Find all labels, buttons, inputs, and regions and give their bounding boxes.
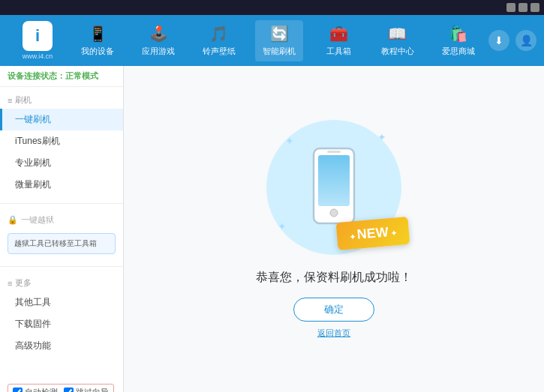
- phone-illustration: [308, 145, 360, 229]
- nav-label-my-device: 我的设备: [81, 46, 114, 57]
- nav-label-ringtone: 铃声壁纸: [203, 46, 236, 57]
- smart-flash-icon: 🔄: [270, 25, 289, 43]
- tutorial-icon: 📖: [388, 25, 407, 43]
- svg-rect-1: [318, 155, 350, 206]
- jailbreak-section-label: 一键越狱: [21, 214, 54, 226]
- logo: i www.i4.cn: [8, 21, 68, 60]
- sidebar-divider-2: [0, 266, 123, 267]
- sidebar-section-jailbreak: 🔒 一键越狱 越狱工具已转移至工具箱: [0, 207, 123, 263]
- sidebar-item-ota-flash[interactable]: 微量刷机: [0, 174, 123, 196]
- success-message: 恭喜您，保资料刷机成功啦！: [256, 270, 412, 286]
- sparkle-bl: ✦: [278, 220, 287, 232]
- nav-item-shop[interactable]: 🛍️ 爱思商城: [434, 20, 482, 61]
- close-button[interactable]: [530, 3, 539, 12]
- lock-icon: 🔒: [8, 215, 18, 225]
- device-status-value: 正常模式: [65, 71, 98, 80]
- nav-label-shop: 爱思商城: [442, 46, 475, 57]
- skip-wizard-checkbox[interactable]: [64, 388, 74, 392]
- device-status: 设备连接状态：正常模式: [0, 66, 123, 87]
- nav-label-toolbox: 工具箱: [326, 46, 351, 57]
- nav-item-my-device[interactable]: 📱 我的设备: [74, 20, 122, 61]
- sidebar-divider-1: [0, 203, 123, 204]
- nav-label-smart-flash: 智能刷机: [263, 46, 296, 57]
- minimize-button[interactable]: [506, 3, 515, 12]
- logo-url: www.i4.cn: [23, 52, 53, 60]
- header: i www.i4.cn 📱 我的设备 🕹️ 应用游戏 🎵 铃声壁纸 🔄 智能刷机…: [0, 15, 544, 66]
- nav-item-tutorial[interactable]: 📖 教程中心: [374, 20, 422, 61]
- my-device-icon: 📱: [89, 25, 107, 43]
- svg-rect-3: [327, 151, 341, 153]
- nav-item-smart-flash[interactable]: 🔄 智能刷机: [255, 20, 303, 61]
- more-section-icon: ≡: [8, 279, 12, 288]
- auto-detect-checkbox[interactable]: [13, 388, 23, 392]
- main-content: ✦ ✦ ✦ ✦: [124, 66, 544, 392]
- illustration: ✦ ✦ ✦ ✦: [266, 120, 401, 255]
- apps-games-icon: 🕹️: [149, 25, 168, 43]
- logo-icon: i: [23, 21, 53, 51]
- confirm-button[interactable]: 确定: [293, 298, 374, 322]
- ringtone-icon: 🎵: [209, 25, 228, 43]
- sparkle-tr: ✦: [377, 131, 386, 143]
- toolbox-icon: 🧰: [329, 25, 348, 43]
- nav-item-ringtone-wallpaper[interactable]: 🎵 铃声壁纸: [195, 20, 243, 61]
- sidebar-section-more: ≡ 更多 其他工具 下载固件 高级功能: [0, 270, 123, 361]
- nav-item-apps-games[interactable]: 🕹️ 应用游戏: [134, 20, 182, 61]
- nav-actions: ⬇ 👤: [488, 30, 536, 51]
- skip-wizard-checkbox-label[interactable]: 跳过向导: [64, 387, 109, 392]
- jailbreak-notice: 越狱工具已转移至工具箱: [8, 233, 116, 254]
- nav-label-apps-games: 应用游戏: [142, 46, 175, 57]
- shop-icon: 🛍️: [449, 25, 467, 43]
- nav-label-tutorial: 教程中心: [381, 46, 414, 57]
- user-button[interactable]: 👤: [515, 30, 536, 51]
- auto-detect-label: 自动检测: [25, 387, 58, 392]
- new-badge: NEW: [336, 216, 410, 250]
- sidebar-item-download-firmware[interactable]: 下载固件: [0, 313, 123, 335]
- sidebar-item-one-click-flash[interactable]: 一键刷机: [0, 109, 123, 130]
- titlebar: [0, 0, 544, 15]
- nav-item-toolbox[interactable]: 🧰 工具箱: [316, 20, 361, 61]
- sidebar-section-more-header: ≡ 更多: [0, 274, 123, 292]
- skip-wizard-label: 跳过向导: [76, 387, 109, 392]
- svg-point-2: [330, 209, 338, 217]
- main-nav: 📱 我的设备 🕹️ 应用游戏 🎵 铃声壁纸 🔄 智能刷机 🧰 工具箱 📖 教程中…: [68, 15, 488, 66]
- main-layout: 设备连接状态：正常模式 ≡ 刷机 一键刷机 iTunes刷机 专业刷机 微量刷机: [0, 66, 544, 392]
- flash-section-icon: ≡: [8, 96, 12, 105]
- phone-circle: ✦ ✦ ✦ ✦: [266, 120, 401, 255]
- maximize-button[interactable]: [518, 3, 527, 12]
- download-button[interactable]: ⬇: [488, 30, 509, 51]
- sidebar-item-itunes-flash[interactable]: iTunes刷机: [0, 130, 123, 152]
- sidebar-item-pro-flash[interactable]: 专业刷机: [0, 152, 123, 174]
- device-status-label: 设备连接状态：: [8, 71, 65, 80]
- sidebar-section-flash-header: ≡ 刷机: [0, 91, 123, 109]
- sidebar-item-other-tools[interactable]: 其他工具: [0, 292, 123, 313]
- logo-icon-text: i: [35, 26, 40, 46]
- sidebar-section-jailbreak-header: 🔒 一键越狱: [0, 211, 123, 229]
- auto-detect-checkbox-label[interactable]: 自动检测: [13, 387, 58, 392]
- sidebar: 设备连接状态：正常模式 ≡ 刷机 一键刷机 iTunes刷机 专业刷机 微量刷机: [0, 66, 124, 392]
- more-section-label: 更多: [15, 277, 32, 289]
- go-home-link[interactable]: 返回首页: [317, 328, 350, 339]
- sidebar-item-advanced[interactable]: 高级功能: [0, 335, 123, 357]
- flash-section-label: 刷机: [15, 94, 32, 106]
- sidebar-section-flash: ≡ 刷机 一键刷机 iTunes刷机 专业刷机 微量刷机: [0, 87, 123, 200]
- sparkle-tl: ✦: [285, 135, 294, 147]
